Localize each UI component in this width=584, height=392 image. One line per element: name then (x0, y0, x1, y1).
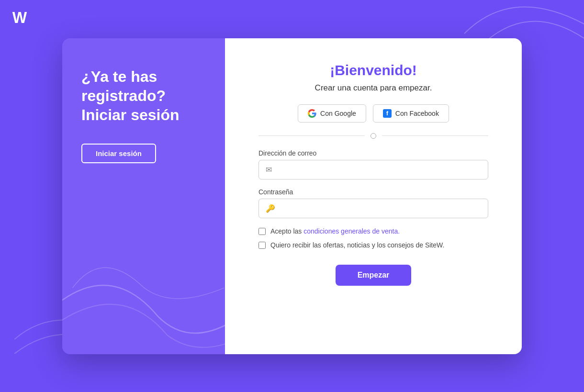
terms-checkbox-group: Acepto las condiciones generales de vent… (258, 227, 488, 236)
facebook-login-button[interactable]: f Con Facebook (373, 104, 449, 123)
left-panel-heading: ¿Ya te has registrado? Iniciar sesión (81, 67, 206, 124)
divider-circle (371, 133, 376, 139)
google-button-label: Con Google (320, 110, 356, 117)
password-label: Contraseña (258, 188, 488, 196)
right-panel: ¡Bienvenido! Crear una cuenta para empez… (225, 38, 522, 354)
key-icon: 🔑 (266, 204, 275, 213)
email-icon: ✉ (266, 165, 272, 174)
email-label: Dirección de correo (258, 149, 488, 157)
main-card: ¿Ya te has registrado? Iniciar sesión In… (62, 38, 522, 354)
terms-text: Acepto las condiciones generales de vent… (270, 227, 400, 236)
left-panel-decoration (62, 165, 225, 354)
svg-text:W: W (12, 9, 27, 26)
submit-button[interactable]: Empezar (336, 265, 412, 286)
terms-link[interactable]: condiciones generales de venta. (303, 227, 400, 235)
newsletter-text: Quiero recibir las ofertas, noticias y l… (270, 241, 444, 250)
app-logo: W (11, 9, 29, 29)
password-input-wrapper: 🔑 (258, 199, 488, 218)
facebook-button-label: Con Facebook (395, 110, 439, 117)
google-icon (308, 109, 316, 118)
newsletter-checkbox-group: Quiero recibir las ofertas, noticias y l… (258, 241, 488, 250)
newsletter-checkbox[interactable] (258, 242, 266, 249)
email-input-wrapper: ✉ (258, 160, 488, 179)
facebook-icon: f (383, 109, 392, 118)
email-form-group: Dirección de correo ✉ (258, 149, 488, 179)
welcome-title: ¡Bienvenido! (330, 62, 417, 78)
signup-subtitle: Crear una cuenta para empezar. (315, 83, 432, 93)
newsletter-checkbox-label[interactable]: Quiero recibir las ofertas, noticias y l… (258, 241, 488, 250)
password-form-group: Contraseña 🔑 (258, 188, 488, 218)
login-button[interactable]: Iniciar sesión (81, 144, 156, 163)
divider-line-right (382, 135, 488, 136)
left-panel: ¿Ya te has registrado? Iniciar sesión In… (62, 38, 225, 354)
divider (258, 133, 488, 139)
password-input[interactable] (280, 204, 481, 212)
divider-line-left (258, 135, 365, 136)
terms-checkbox[interactable] (258, 228, 266, 235)
google-login-button[interactable]: Con Google (298, 104, 366, 123)
terms-checkbox-label[interactable]: Acepto las condiciones generales de vent… (258, 227, 488, 236)
email-input[interactable] (277, 166, 481, 173)
social-buttons-group: Con Google f Con Facebook (298, 104, 449, 123)
